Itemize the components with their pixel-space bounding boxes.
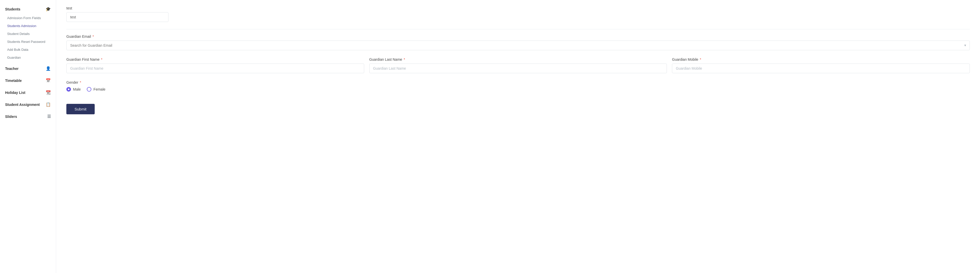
test-field-input[interactable] — [66, 12, 169, 22]
sidebar-section-teacher: Teacher 👤 — [0, 63, 56, 73]
teacher-icon: 👤 — [46, 66, 51, 71]
guardian-mobile-input[interactable] — [672, 63, 970, 73]
main-content: test Guardian Email * ▼ Guardian First N… — [56, 0, 980, 273]
sidebar-section-header-sliders[interactable]: Sliders ☰ — [0, 111, 56, 121]
guardian-last-name-label: Guardian Last Name * — [369, 57, 667, 62]
sliders-icon: ☰ — [47, 114, 51, 119]
sidebar-students-items: Admission Form Fields Students Admission… — [0, 14, 56, 62]
guardian-email-label: Guardian Email * — [66, 35, 970, 38]
timetable-icon: 📅 — [46, 78, 51, 83]
sidebar-item-student-details[interactable]: Student Details — [0, 30, 56, 38]
gender-male-label: Male — [73, 87, 81, 91]
sidebar-section-student-assignment: Student Assignment 📋 — [0, 100, 56, 110]
guardian-email-required: * — [92, 35, 94, 38]
radio-male-icon — [66, 87, 71, 92]
students-icon: 🎓 — [46, 6, 51, 11]
sidebar-holiday-list-label: Holiday List — [5, 90, 25, 95]
sidebar-section-header-timetable[interactable]: Timetable 📅 — [0, 76, 56, 86]
submit-button[interactable]: Submit — [66, 104, 95, 114]
divider-1 — [66, 29, 970, 29]
guardian-first-name-section: Guardian First Name * — [66, 57, 364, 73]
sidebar-section-sliders: Sliders ☰ — [0, 111, 56, 121]
sidebar-section-header-student-assignment[interactable]: Student Assignment 📋 — [0, 100, 56, 110]
guardian-mobile-label: Guardian Mobile * — [672, 57, 970, 62]
gender-section: Gender * Male Female — [66, 80, 970, 92]
sidebar-section-timetable: Timetable 📅 — [0, 76, 56, 86]
sidebar-sliders-label: Sliders — [5, 114, 17, 119]
guardian-email-input[interactable] — [66, 41, 970, 50]
sidebar-item-guardian[interactable]: Guardian — [0, 54, 56, 62]
sidebar-item-admission-form-fields[interactable]: Admission Form Fields — [0, 14, 56, 22]
sidebar-section-header-students[interactable]: Students 🎓 — [0, 4, 56, 14]
guardian-mobile-section: Guardian Mobile * — [672, 57, 970, 73]
gender-label: Gender * — [66, 80, 970, 84]
sidebar-item-students-reset-password[interactable]: Students Reset Password — [0, 38, 56, 46]
sidebar-section-students: Students 🎓 Admission Form Fields Student… — [0, 4, 56, 62]
sidebar-section-header-holiday-list[interactable]: Holiday List 📆 — [0, 87, 56, 97]
sidebar-timetable-label: Timetable — [5, 79, 22, 83]
sidebar-item-students-admission[interactable]: Students Admission — [0, 22, 56, 30]
guardian-last-name-input[interactable] — [369, 63, 667, 73]
guardian-mobile-required: * — [700, 57, 701, 62]
guardian-email-wrapper: ▼ — [66, 41, 970, 50]
gender-female-label: Female — [94, 87, 105, 91]
gender-female-option[interactable]: Female — [87, 87, 105, 92]
guardian-last-name-required: * — [404, 57, 405, 62]
sidebar-section-holiday-list: Holiday List 📆 — [0, 87, 56, 97]
sidebar-students-label: Students — [5, 7, 21, 11]
guardian-email-section: Guardian Email * ▼ — [66, 35, 970, 50]
gender-male-option[interactable]: Male — [66, 87, 81, 92]
guardian-name-row: Guardian First Name * Guardian Last Name… — [66, 57, 970, 80]
sidebar-item-add-bulk-data[interactable]: Add Bulk Data — [0, 46, 56, 54]
sidebar-student-assignment-label: Student Assignment — [5, 103, 40, 106]
radio-female-icon — [87, 87, 91, 92]
student-assignment-icon: 📋 — [46, 102, 51, 107]
sidebar-section-header-teacher[interactable]: Teacher 👤 — [0, 63, 56, 73]
holiday-list-icon: 📆 — [46, 90, 51, 95]
sidebar-teacher-label: Teacher — [5, 67, 19, 71]
gender-required: * — [80, 80, 81, 84]
sidebar: Students 🎓 Admission Form Fields Student… — [0, 0, 56, 273]
guardian-last-name-section: Guardian Last Name * — [369, 57, 667, 73]
guardian-first-name-required: * — [101, 57, 102, 62]
gender-options: Male Female — [66, 87, 970, 92]
test-field-section: test — [66, 6, 970, 22]
guardian-first-name-input[interactable] — [66, 63, 364, 73]
guardian-first-name-label: Guardian First Name * — [66, 57, 364, 62]
test-field-label: test — [66, 6, 970, 10]
